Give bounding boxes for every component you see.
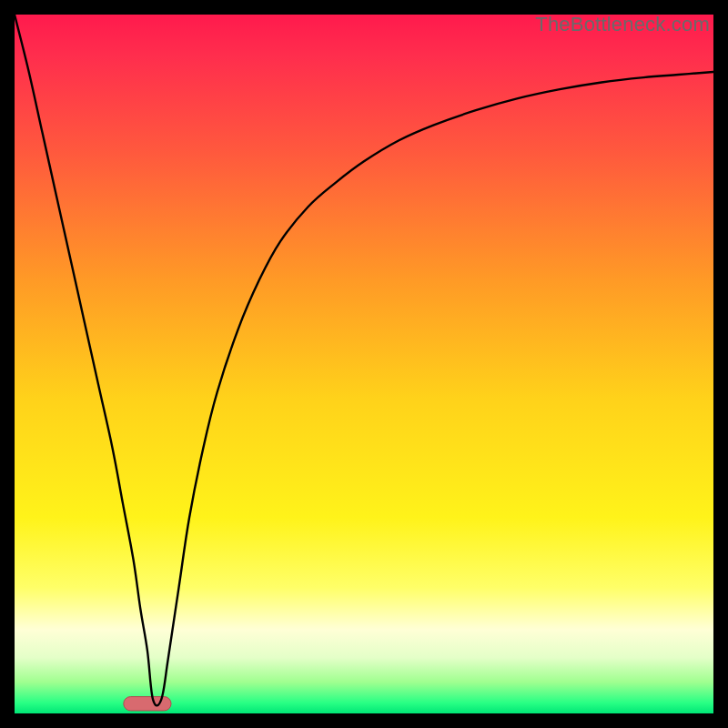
chart-frame: TheBottleneck.com <box>0 0 728 728</box>
gradient-background <box>15 15 713 713</box>
chart-svg <box>15 15 713 713</box>
optimal-point-marker <box>124 697 171 711</box>
plot-area <box>15 15 713 713</box>
watermark-text: TheBottleneck.com <box>535 13 710 36</box>
optimal-marker <box>124 697 171 711</box>
